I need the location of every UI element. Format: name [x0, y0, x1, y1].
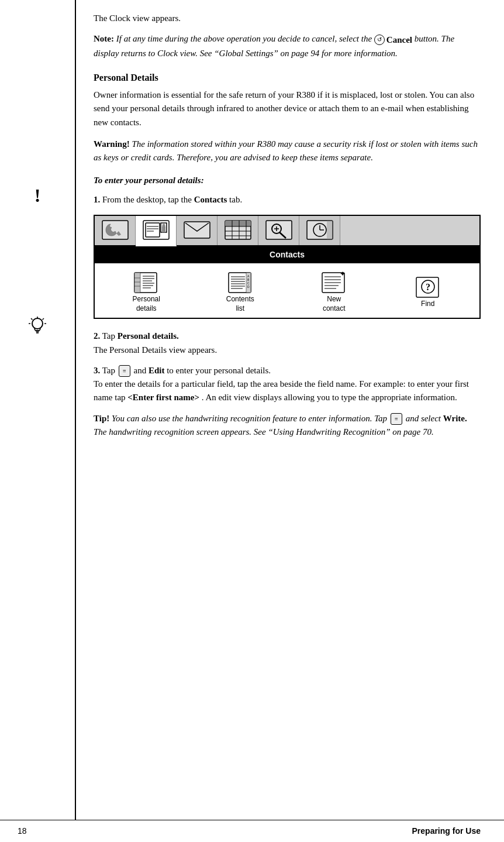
svg-rect-36	[134, 273, 140, 293]
tip-menu-icon: ≡	[391, 413, 402, 425]
svg-rect-16	[184, 222, 210, 238]
step-3-text: Tap	[102, 366, 118, 375]
contacts-active-bar: Contacts	[95, 246, 479, 263]
svg-line-6	[43, 318, 44, 320]
step-3-num: 3.	[94, 366, 100, 375]
lightbulb-icon	[26, 315, 49, 337]
svg-rect-34	[327, 221, 333, 239]
tab-contacts[interactable]	[136, 216, 177, 246]
step-3-menu-icon: ≡	[119, 365, 130, 377]
step-2-num: 2.	[94, 331, 100, 341]
cancel-label: Cancel	[386, 33, 412, 47]
step-2-sub: The Personal Details view appears.	[94, 345, 217, 355]
step-3-bold: Edit	[149, 366, 165, 375]
contact-icon-personal-details[interactable]: Personaldetails	[126, 270, 167, 313]
svg-line-5	[31, 318, 33, 320]
tip-block: Tip! You can also use the handwriting re…	[94, 412, 481, 439]
note-text-1: If at any time during the above operatio…	[116, 34, 374, 43]
contacts-icons-row: Personaldetails A B C D	[95, 263, 479, 318]
content-area: The Clock view appears. Note: If at any …	[76, 0, 504, 820]
step-3-field: <Enter first name>	[127, 393, 199, 402]
tip-text2: The handwriting recognition screen appea…	[94, 427, 434, 437]
tab-clock-grid[interactable]	[299, 216, 340, 245]
cancel-inline-group: ↺ Cancel	[374, 33, 412, 47]
find-icon: ?	[413, 275, 443, 300]
page-number: 18	[18, 825, 27, 837]
tip-label: Tip!	[94, 414, 109, 423]
svg-point-0	[32, 318, 43, 329]
footer-title: Preparing for Use	[412, 825, 481, 837]
contacts-tab-icon	[141, 218, 171, 242]
tab-mail[interactable]	[177, 216, 218, 245]
calendar-tab-icon	[223, 218, 253, 242]
warning-exclamation-icon: !	[34, 181, 41, 209]
contents-list-icon: A B C D	[225, 270, 256, 295]
contents-list-label: Contentslist	[226, 295, 254, 313]
contact-icon-new-contact[interactable]: ✦ Newcontact	[313, 270, 354, 313]
main-content: ! The Clock view ap	[0, 0, 504, 820]
step-2: 2. Tap Personal details. The Personal De…	[94, 329, 481, 357]
tip-and: and select	[406, 414, 443, 423]
contacts-tabs-row	[95, 216, 479, 246]
tab-calendar[interactable]	[218, 216, 258, 245]
left-margin: !	[0, 0, 76, 820]
personal-details-heading: Personal Details	[94, 71, 481, 85]
tab-phone[interactable]	[95, 216, 136, 245]
step-2-bold: Personal details.	[118, 331, 179, 341]
svg-point-15	[162, 224, 165, 227]
mail-tab-icon	[182, 218, 212, 242]
note-label: Note:	[94, 34, 114, 43]
tip-bold: Write.	[443, 414, 467, 423]
personal-details-icon	[131, 270, 161, 295]
step-1-num: 1.	[94, 195, 100, 204]
page-footer: 18 Preparing for Use	[0, 820, 504, 842]
procedure-heading: To enter your personal details:	[94, 174, 481, 187]
personal-details-label: Personaldetails	[133, 295, 160, 313]
contacts-ui-box: Contacts	[94, 215, 481, 319]
clock-grid-tab-icon	[305, 218, 335, 242]
svg-rect-25	[266, 221, 292, 239]
personal-details-body: Owner information is essential for the s…	[94, 88, 481, 129]
search-tools-tab-icon	[264, 218, 294, 242]
svg-text:✦: ✦	[340, 270, 346, 278]
svg-rect-18	[225, 221, 251, 226]
cancel-button-icon: ↺	[374, 35, 385, 45]
step-1-text2: tab.	[229, 195, 242, 204]
step-3-sub2: . An edit view displays allowing you to …	[202, 393, 457, 402]
contact-icon-contents-list[interactable]: A B C D Contentslist	[220, 270, 261, 313]
step-1: 1. From the desktop, tap the Contacts ta…	[94, 193, 481, 207]
phone-tab-icon	[100, 218, 130, 242]
warning-text: The information stored within your R380 …	[94, 139, 478, 162]
tip-text: You can also use the handwriting recogni…	[112, 414, 389, 423]
warning-block: Warning! The information stored within y…	[94, 138, 481, 165]
page-wrapper: ! The Clock view ap	[0, 0, 504, 842]
svg-text:?: ?	[426, 282, 430, 292]
new-contact-label: Newcontact	[323, 295, 346, 313]
step-2-text: Tap	[102, 331, 118, 341]
warning-label: Warning!	[94, 139, 130, 149]
step-3: 3. Tap ≡ and Edit to enter your personal…	[94, 364, 481, 405]
new-contact-icon: ✦	[319, 270, 349, 295]
find-label: Find	[421, 300, 434, 309]
step-1-bold: Contacts	[194, 195, 227, 204]
contact-icon-find[interactable]: ? Find	[408, 275, 448, 309]
step-3-and: and	[134, 366, 149, 375]
tab-search-tools[interactable]	[258, 216, 299, 245]
first-paragraph: The Clock view appears.	[94, 12, 481, 25]
svg-text:D: D	[247, 285, 250, 288]
tip-lightbulb-area	[0, 315, 75, 337]
step-1-text: From the desktop, tap the	[102, 195, 194, 204]
step-3-text2: to enter your personal details.	[167, 366, 271, 375]
note-block: Note: If at any time during the above op…	[94, 32, 481, 60]
